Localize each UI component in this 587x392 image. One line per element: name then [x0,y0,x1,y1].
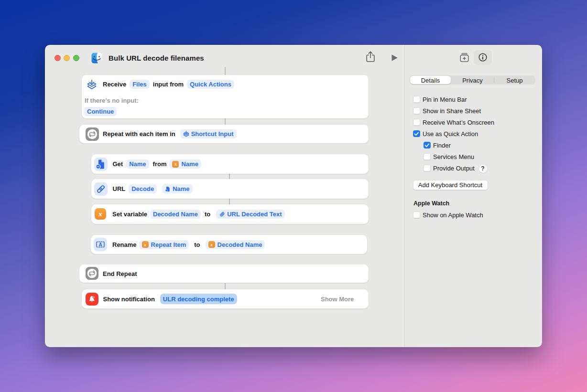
svg-text:A: A [98,242,102,247]
